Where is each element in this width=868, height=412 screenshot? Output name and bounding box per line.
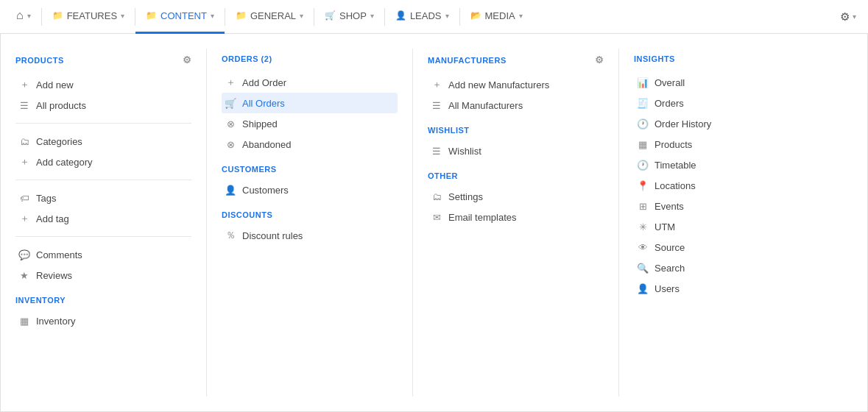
orders-section-title: ORDERS (2) bbox=[222, 54, 398, 63]
inventory[interactable]: ▦ Inventory bbox=[15, 310, 191, 331]
general-folder-icon: 📁 bbox=[236, 10, 247, 21]
list-icon-2: ☰ bbox=[431, 99, 442, 111]
receipt-icon: 🧾 bbox=[637, 97, 649, 109]
nav-shop-label: SHOP bbox=[339, 10, 367, 21]
shop-chevron: ▾ bbox=[370, 12, 374, 20]
products-section-title: PRODUCTS ⚙ bbox=[15, 54, 191, 65]
shipped-icon: ⊗ bbox=[225, 118, 236, 129]
grid-icon: ⊞ bbox=[637, 200, 649, 212]
content-folder-icon: 📁 bbox=[146, 10, 157, 21]
percent-icon: ％ bbox=[225, 230, 236, 241]
nav-leads[interactable]: 👤 LEADS ▾ bbox=[385, 0, 459, 34]
all-orders[interactable]: 🛒 All Orders bbox=[222, 93, 398, 113]
asterisk-icon: ✳ bbox=[637, 221, 649, 232]
insights-section-title: INSIGHTS bbox=[634, 54, 811, 63]
search-icon: 🔍 bbox=[637, 262, 649, 274]
add-new-manufacturers[interactable]: ＋ Add new Manufacturers bbox=[428, 74, 604, 95]
nav-content[interactable]: 📁 CONTENT ▾ bbox=[135, 0, 225, 34]
shop-icon: 🛒 bbox=[325, 10, 336, 21]
tags[interactable]: 🏷 Tags bbox=[15, 188, 191, 208]
plus-icon-4: ＋ bbox=[225, 77, 236, 88]
products-insight[interactable]: ▦ Products bbox=[634, 134, 811, 154]
divider-2 bbox=[15, 180, 191, 180]
manufacturers-section-title: MANUFACTURERS ⚙ bbox=[428, 54, 604, 65]
products-box-icon: ▦ bbox=[637, 138, 649, 150]
comments[interactable]: 💬 Comments bbox=[15, 244, 191, 265]
plus-icon-5: ＋ bbox=[431, 79, 442, 90]
media-chevron: ▾ bbox=[519, 12, 523, 20]
plus-icon-3: ＋ bbox=[18, 213, 30, 224]
general-chevron: ▾ bbox=[300, 12, 303, 20]
orders-insight[interactable]: 🧾 Orders bbox=[634, 93, 811, 113]
overall[interactable]: 📊 Overall bbox=[634, 72, 811, 93]
nav-media[interactable]: 📂 MEDIA ▾ bbox=[460, 0, 533, 34]
inventory-title: INVENTORY bbox=[15, 296, 191, 305]
abandoned[interactable]: ⊗ Abandoned bbox=[222, 134, 398, 154]
top-nav: ⌂ ▾ 📁 FEATURES ▾ 📁 CONTENT ▾ 📁 GENERAL ▾… bbox=[0, 0, 868, 34]
nav-settings[interactable]: ⚙ ▾ bbox=[834, 10, 862, 24]
utm[interactable]: ✳ UTM bbox=[634, 216, 811, 237]
add-new-product[interactable]: ＋ Add new bbox=[15, 74, 191, 95]
events[interactable]: ⊞ Events bbox=[634, 196, 811, 216]
nav-general[interactable]: 📁 GENERAL ▾ bbox=[225, 0, 314, 34]
leads-icon: 👤 bbox=[395, 10, 406, 21]
cart-icon: 🛒 bbox=[225, 97, 236, 109]
shipped[interactable]: ⊗ Shipped bbox=[222, 113, 398, 134]
all-manufacturers[interactable]: ☰ All Manufacturers bbox=[428, 95, 604, 116]
folder-icon: 🗂 bbox=[18, 135, 30, 147]
wishlist-title: WISHLIST bbox=[428, 126, 604, 135]
nav-features-label: FEATURES bbox=[67, 10, 117, 21]
all-products[interactable]: ☰ All products bbox=[15, 95, 191, 116]
eye-icon: 👁 bbox=[637, 241, 649, 253]
products-column: PRODUCTS ⚙ ＋ Add new ☰ All products 🗂 Ca… bbox=[1, 49, 207, 397]
divider-3 bbox=[15, 236, 191, 237]
media-icon: 📂 bbox=[470, 10, 481, 21]
source[interactable]: 👁 Source bbox=[634, 237, 811, 258]
home-icon: ⌂ bbox=[16, 9, 24, 22]
categories[interactable]: 🗂 Categories bbox=[15, 131, 191, 152]
add-tag[interactable]: ＋ Add tag bbox=[15, 208, 191, 229]
features-folder-icon: 📁 bbox=[52, 10, 63, 21]
features-chevron: ▾ bbox=[121, 12, 124, 20]
nav-content-label: CONTENT bbox=[160, 10, 207, 21]
discount-rules[interactable]: ％ Discount rules bbox=[222, 225, 398, 246]
settings-folder-icon: 🗂 bbox=[431, 191, 442, 202]
nav-leads-label: LEADS bbox=[410, 10, 442, 21]
content-chevron: ▾ bbox=[211, 12, 214, 20]
timetable-icon: 🕐 bbox=[637, 159, 649, 171]
products-gear-icon[interactable]: ⚙ bbox=[183, 54, 192, 65]
home-chevron: ▾ bbox=[27, 12, 31, 20]
plus-icon: ＋ bbox=[18, 79, 30, 90]
star-icon: ★ bbox=[18, 269, 30, 281]
plus-icon-2: ＋ bbox=[18, 156, 30, 168]
settings-chevron: ▾ bbox=[853, 13, 856, 21]
box-icon: ▦ bbox=[18, 315, 30, 327]
wishlist[interactable]: ☰ Wishlist bbox=[428, 141, 604, 161]
customers-title: CUSTOMERS bbox=[222, 165, 398, 174]
settings[interactable]: 🗂 Settings bbox=[428, 186, 604, 207]
users-icon: 👤 bbox=[637, 283, 649, 294]
timetable[interactable]: 🕐 Timetable bbox=[634, 154, 811, 175]
pin-icon: 📍 bbox=[637, 180, 649, 191]
list-icon: ☰ bbox=[18, 99, 30, 111]
dropdown-panel: PRODUCTS ⚙ ＋ Add new ☰ All products 🗂 Ca… bbox=[0, 34, 868, 412]
discounts-title: DISCOUNTS bbox=[222, 210, 398, 219]
nav-shop[interactable]: 🛒 SHOP ▾ bbox=[314, 0, 384, 34]
users[interactable]: 👤 Users bbox=[634, 278, 811, 299]
email-templates[interactable]: ✉ Email templates bbox=[428, 207, 604, 227]
customers[interactable]: 👤 Customers bbox=[222, 180, 398, 200]
divider-1 bbox=[15, 123, 191, 124]
add-order[interactable]: ＋ Add Order bbox=[222, 72, 398, 93]
tag-icon: 🏷 bbox=[18, 192, 30, 204]
manufacturers-gear-icon[interactable]: ⚙ bbox=[595, 54, 604, 65]
order-history[interactable]: 🕐 Order History bbox=[634, 113, 811, 134]
insights-column: INSIGHTS 📊 Overall 🧾 Orders 🕐 Order Hist… bbox=[619, 49, 825, 397]
nav-features[interactable]: 📁 FEATURES ▾ bbox=[42, 0, 135, 34]
locations[interactable]: 📍 Locations bbox=[634, 175, 811, 196]
reviews[interactable]: ★ Reviews bbox=[15, 265, 191, 285]
nav-home[interactable]: ⌂ ▾ bbox=[6, 0, 41, 34]
wishlist-icon: ☰ bbox=[431, 145, 442, 157]
search-menu[interactable]: 🔍 Search bbox=[634, 258, 811, 278]
nav-general-label: GENERAL bbox=[250, 10, 296, 21]
add-category[interactable]: ＋ Add category bbox=[15, 152, 191, 172]
